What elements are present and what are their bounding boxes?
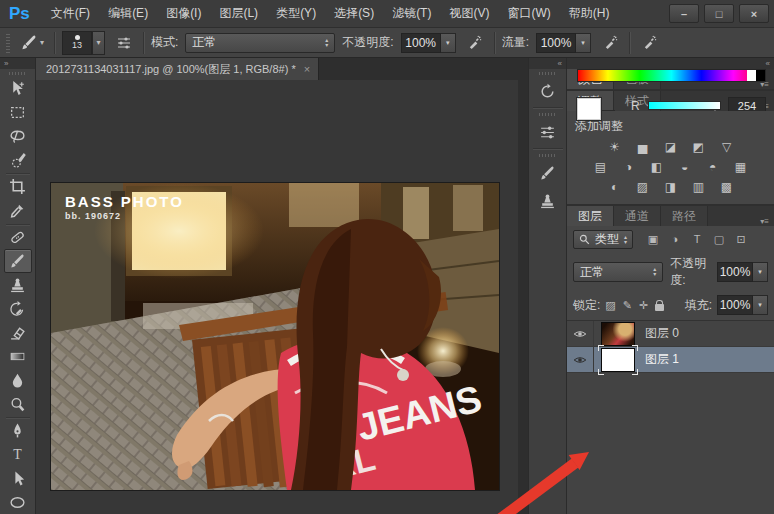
layer-blend-mode-select[interactable]: 正常 ▴▾ <box>573 262 663 282</box>
layer-thumbnail[interactable] <box>601 322 635 346</box>
healing-brush-tool[interactable] <box>4 226 32 250</box>
flow-value[interactable]: 100% <box>536 33 576 53</box>
foreground-color-swatch[interactable] <box>577 98 601 120</box>
menu-type[interactable]: 类型(Y) <box>267 1 325 26</box>
clone-source-panel-button[interactable] <box>533 187 563 215</box>
spectrum-white-swatch[interactable] <box>747 70 756 81</box>
fill-combo[interactable]: 100% ▾ <box>717 295 768 315</box>
lock-all-icon[interactable] <box>655 304 664 311</box>
type-tool[interactable] <box>4 443 32 467</box>
minimize-button[interactable]: – <box>669 4 699 23</box>
gradient-map-icon[interactable]: ▥ <box>688 179 709 195</box>
menu-help[interactable]: 帮助(H) <box>560 1 619 26</box>
menu-edit[interactable]: 编辑(E) <box>99 1 157 26</box>
blend-mode-select[interactable]: 正常 ▴▾ <box>185 33 335 53</box>
crop-tool[interactable] <box>4 175 32 199</box>
path-selection-tool[interactable] <box>4 466 32 490</box>
airbrush-toggle-button[interactable] <box>598 32 622 54</box>
curves-icon[interactable]: ◪ <box>660 139 681 155</box>
layer-opacity-combo[interactable]: 100% ▾ <box>717 262 768 282</box>
smart-object-filter-icon[interactable]: ⊡ <box>734 233 748 246</box>
color-spectrum-ramp[interactable] <box>577 69 766 82</box>
spectrum-black-swatch[interactable] <box>756 70 765 81</box>
pixel-layer-filter-icon[interactable]: ▣ <box>646 233 660 246</box>
menu-layer[interactable]: 图层(L) <box>210 1 267 26</box>
flow-combo[interactable]: 100% ▾ <box>536 33 591 53</box>
menu-image[interactable]: 图像(I) <box>157 1 210 26</box>
threshold-icon[interactable]: ◨ <box>660 179 681 195</box>
channel-mixer-icon[interactable]: ◓ <box>702 159 723 175</box>
move-tool[interactable] <box>4 77 32 101</box>
dock-grip[interactable] <box>539 113 557 116</box>
fill-value[interactable]: 100% <box>717 295 753 315</box>
eyedropper-tool[interactable] <box>4 199 32 223</box>
adjustment-layer-filter-icon[interactable]: ◑ <box>668 233 682 246</box>
layer-thumbnail[interactable] <box>601 348 635 372</box>
history-panel-button[interactable] <box>533 77 563 105</box>
tab-layers[interactable]: 图层 <box>567 206 614 226</box>
layer-row-1[interactable]: 图层 1 <box>567 347 774 373</box>
brush-preset-picker[interactable]: 13 ▾ <box>62 31 105 55</box>
black-white-icon[interactable]: ◧ <box>646 159 667 175</box>
panel-gutter[interactable] <box>518 58 528 514</box>
layer-opacity-value[interactable]: 100% <box>717 262 753 282</box>
filter-kind-select[interactable]: 类型 ▴▾ <box>573 230 633 249</box>
menu-window[interactable]: 窗口(W) <box>498 1 559 26</box>
lock-transparency-icon[interactable]: ▨ <box>605 299 615 312</box>
eraser-tool[interactable] <box>4 321 32 345</box>
layer-name[interactable]: 图层 0 <box>645 325 679 342</box>
document-tab[interactable]: 2012731134031117.jpg @ 100%(图层 1, RGB/8#… <box>36 58 319 80</box>
layer-visibility-toggle[interactable] <box>567 347 594 372</box>
menu-select[interactable]: 选择(S) <box>325 1 383 26</box>
marquee-tool[interactable] <box>4 101 32 125</box>
options-grip[interactable] <box>6 33 10 53</box>
panel-menu-icon[interactable]: ▾≡ <box>755 217 774 226</box>
red-slider[interactable] <box>648 101 721 110</box>
dodge-tool[interactable] <box>4 392 32 416</box>
shape-layer-filter-icon[interactable]: ▢ <box>712 233 726 246</box>
menu-filter[interactable]: 滤镜(T) <box>383 1 440 26</box>
tab-paths[interactable]: 路径 <box>661 206 708 226</box>
tab-close-icon[interactable]: × <box>304 63 310 75</box>
history-brush-tool[interactable] <box>4 297 32 321</box>
type-layer-filter-icon[interactable]: T <box>690 233 704 246</box>
pen-tool[interactable] <box>4 419 32 443</box>
photo-image[interactable]: JEANS XXL <box>51 183 499 490</box>
menu-file[interactable]: 文件(F) <box>42 1 99 26</box>
exposure-icon[interactable]: ◩ <box>688 139 709 155</box>
tool-preset-picker[interactable]: ▾ <box>17 32 47 54</box>
quick-selection-tool[interactable] <box>4 148 32 172</box>
close-button[interactable]: × <box>739 4 769 23</box>
maximize-button[interactable]: □ <box>704 4 734 23</box>
brush-presets-panel-button[interactable] <box>533 159 563 187</box>
layer-row-0[interactable]: 图层 0 <box>567 321 774 347</box>
properties-panel-button[interactable] <box>533 118 563 146</box>
lasso-tool[interactable] <box>4 125 32 149</box>
hue-saturation-icon[interactable]: ▤ <box>590 159 611 175</box>
clone-stamp-tool[interactable] <box>4 273 32 297</box>
pressure-size-button[interactable] <box>637 32 661 54</box>
vibrance-icon[interactable]: ▽ <box>716 139 737 155</box>
layer-name[interactable]: 图层 1 <box>645 351 679 368</box>
toolbar-grip[interactable] <box>9 72 27 75</box>
opacity-combo[interactable]: 100% ▾ <box>401 33 456 53</box>
posterize-icon[interactable]: ▨ <box>632 179 653 195</box>
blur-tool[interactable] <box>4 368 32 392</box>
levels-icon[interactable]: ▅ <box>632 139 653 155</box>
selective-color-icon[interactable]: ▩ <box>716 179 737 195</box>
fill-caret[interactable]: ▾ <box>753 295 768 315</box>
flow-caret[interactable]: ▾ <box>576 33 591 53</box>
canvas[interactable]: JEANS XXL <box>36 80 518 514</box>
brush-picker-caret[interactable]: ▾ <box>92 31 105 55</box>
brush-tool[interactable] <box>4 249 32 273</box>
ellipse-tool[interactable] <box>4 490 32 514</box>
panels-collapse-button[interactable]: « <box>567 58 774 69</box>
toggle-brush-panel-button[interactable] <box>112 32 136 54</box>
pressure-opacity-button[interactable] <box>463 32 487 54</box>
photo-filter-icon[interactable]: ◒ <box>674 159 695 175</box>
menu-view[interactable]: 视图(V) <box>440 1 498 26</box>
gradient-tool[interactable] <box>4 345 32 369</box>
color-lookup-icon[interactable]: ▦ <box>730 159 751 175</box>
opacity-value[interactable]: 100% <box>401 33 441 53</box>
brightness-contrast-icon[interactable]: ☀ <box>604 139 625 155</box>
